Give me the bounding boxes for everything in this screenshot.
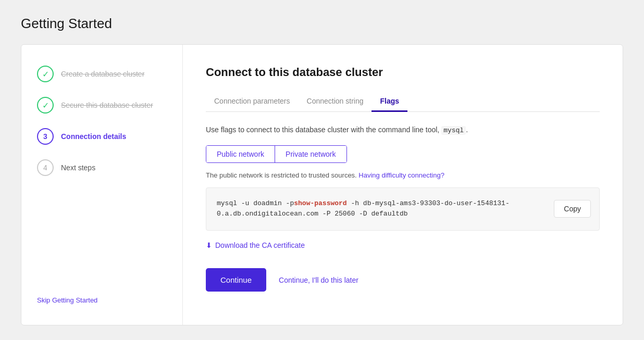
step-icon-2: ✓: [37, 97, 54, 114]
sidebar-item-connection-details: 3 Connection details: [37, 128, 167, 145]
tab-description: Use flags to connect to this database cl…: [206, 124, 600, 136]
description-text-prefix: Use flags to connect to this database cl…: [206, 125, 439, 134]
continue-button[interactable]: Continue: [206, 268, 266, 292]
sidebar-item-secure-db: ✓ Secure this database cluster: [37, 97, 167, 114]
step-label-1: Create a database cluster: [61, 70, 144, 78]
main-card: ✓ Create a database cluster ✓ Secure thi…: [21, 44, 623, 325]
page-title: Getting Started: [21, 16, 623, 32]
tab-connection-string[interactable]: Connection string: [299, 92, 372, 112]
download-icon: ⬇: [206, 241, 212, 249]
description-text-suffix: .: [466, 125, 468, 134]
sidebar-steps: ✓ Create a database cluster ✓ Secure thi…: [37, 66, 167, 176]
code-line1-before: mysql -u doadmin -p: [217, 199, 294, 207]
action-row: Continue Continue, I'll do this later: [206, 268, 600, 292]
continue-later-link[interactable]: Continue, I'll do this later: [279, 276, 358, 284]
description-code: mysql: [441, 126, 466, 135]
difficulty-connecting-link[interactable]: Having difficulty connecting?: [358, 171, 444, 179]
skip-getting-started-link[interactable]: Skip Getting Started: [37, 296, 167, 304]
private-network-button[interactable]: Private network: [275, 146, 346, 162]
download-link-label: Download the CA certificate: [215, 241, 305, 249]
tabs-bar: Connection parameters Connection string …: [206, 92, 600, 112]
tab-connection-parameters[interactable]: Connection parameters: [206, 92, 299, 112]
public-network-button[interactable]: Public network: [206, 146, 275, 162]
step-label-3: Connection details: [61, 132, 126, 141]
notice-text: The public network is restricted to trus…: [206, 171, 357, 179]
step-number-4: 4: [43, 163, 47, 172]
code-line2: 0.a.db.ondigitalocean.com -P 25060 -D de…: [217, 210, 408, 218]
code-highlight: show-password: [294, 199, 346, 207]
sidebar: ✓ Create a database cluster ✓ Secure thi…: [21, 45, 183, 325]
code-content: mysql -u doadmin -pshow-password -h db-m…: [217, 198, 547, 220]
check-icon-2: ✓: [42, 100, 49, 110]
step-icon-1: ✓: [37, 66, 54, 82]
tab-flags[interactable]: Flags: [371, 92, 407, 112]
download-ca-certificate-link[interactable]: ⬇ Download the CA certificate: [206, 241, 600, 249]
step-icon-4: 4: [37, 159, 54, 176]
section-title: Connect to this database cluster: [206, 66, 600, 79]
code-block: mysql -u doadmin -pshow-password -h db-m…: [206, 187, 600, 231]
copy-button[interactable]: Copy: [554, 200, 591, 218]
sidebar-item-next-steps: 4 Next steps: [37, 159, 167, 176]
main-content: Connect to this database cluster Connect…: [183, 45, 623, 325]
step-label-2: Secure this database cluster: [61, 101, 153, 109]
code-line1-after: -h db-mysql-ams3-93303-do-user-1548131-: [347, 199, 510, 207]
network-notice: The public network is restricted to trus…: [206, 171, 600, 179]
step-number-3: 3: [43, 132, 47, 141]
step-icon-3: 3: [37, 128, 54, 145]
network-toggle: Public network Private network: [206, 145, 347, 163]
sidebar-item-create-db: ✓ Create a database cluster: [37, 66, 167, 82]
step-label-4: Next steps: [61, 163, 95, 172]
check-icon-1: ✓: [42, 69, 49, 79]
